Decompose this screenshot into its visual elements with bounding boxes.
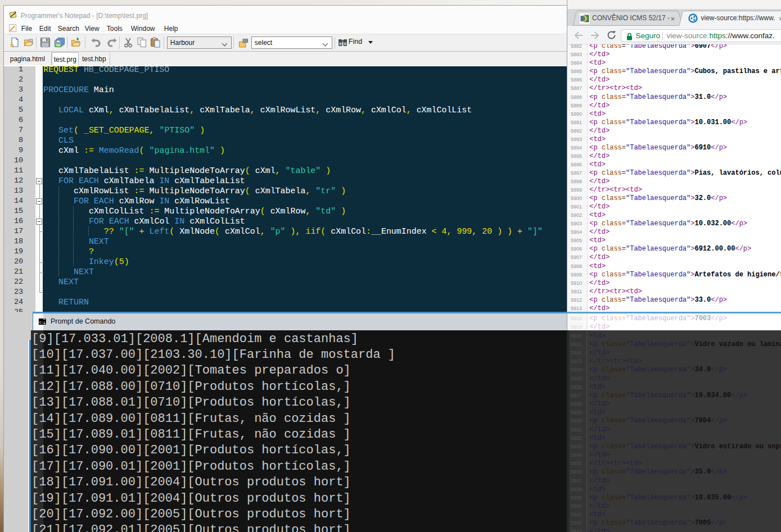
svg-text:C:\: C:\ <box>39 321 46 325</box>
